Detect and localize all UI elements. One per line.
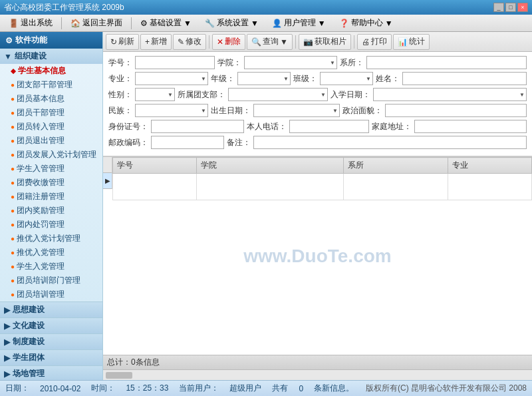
refresh-button[interactable]: ↻ 刷新 xyxy=(106,34,139,50)
grade-select[interactable] xyxy=(238,73,290,85)
sidebar-section-culture-title[interactable]: ▶ 文化建设 xyxy=(0,318,102,333)
help-menu-button[interactable]: ❓ 帮助中心 ▼ xyxy=(333,16,399,31)
exit-icon: 🚪 xyxy=(9,19,19,28)
remarks-input[interactable] xyxy=(253,136,527,149)
name-input[interactable] xyxy=(402,72,527,85)
close-button[interactable]: × xyxy=(517,3,528,12)
get-photo-button[interactable]: 📷 获取相片 xyxy=(299,34,351,50)
sidebar-item-fee-collect[interactable]: ● 团费收缴管理 xyxy=(0,176,102,190)
ethnicity-select[interactable] xyxy=(136,104,207,116)
stats-icon: 📊 xyxy=(398,37,408,47)
scrollbar-container[interactable] xyxy=(103,369,532,380)
delete-label: 删除 xyxy=(225,36,241,47)
chevron-down-icon: ▼ xyxy=(4,52,12,61)
id-card-input[interactable] xyxy=(151,120,244,133)
enroll-date-select[interactable] xyxy=(374,89,526,100)
college-select[interactable] xyxy=(245,57,336,69)
query-button[interactable]: 🔍 查询 ▼ xyxy=(247,34,293,50)
window-controls[interactable]: _ □ × xyxy=(493,3,528,12)
member-cadre-label: 团员干部管理 xyxy=(17,107,65,118)
major-select-wrap[interactable]: ▼ xyxy=(135,72,208,85)
phone-input[interactable] xyxy=(289,120,369,133)
scrollbar-thumb[interactable] xyxy=(106,372,132,379)
sidebar-item-branch-cadre[interactable]: ● 团支部干部管理 xyxy=(0,78,102,92)
edit-label: 修改 xyxy=(186,36,201,47)
sidebar-item-training-dept[interactable]: ● 团员培训部门管理 xyxy=(0,274,102,288)
stats-button[interactable]: 📊 统计 xyxy=(393,34,430,50)
birth-date-select[interactable] xyxy=(254,104,339,116)
department-label: 系所： xyxy=(340,57,364,69)
user-management-menu-button[interactable]: 👤 用户管理 ▼ xyxy=(266,16,332,31)
print-label: 打印 xyxy=(371,36,387,47)
time-label: 时间： xyxy=(91,383,115,394)
search-icon: 🔍 xyxy=(251,37,261,47)
class-select[interactable] xyxy=(321,73,372,85)
sidebar-item-member-basic[interactable]: ● 团员基本信息 xyxy=(0,92,102,106)
system-settings-menu-button[interactable]: 🔧 系统设置 ▼ xyxy=(199,16,265,31)
system-label: 制度建设 xyxy=(13,336,45,347)
add-button[interactable]: + 新增 xyxy=(140,34,172,50)
postcode-input[interactable] xyxy=(151,136,224,149)
sidebar-item-member-transfer[interactable]: ● 团员转入管理 xyxy=(0,120,102,134)
chevron-right-icon: ▶ xyxy=(4,321,10,331)
join-party-label: 推优入党管理 xyxy=(17,247,65,258)
sidebar-section-ideology: ▶ 思想建设 xyxy=(0,302,102,318)
menu-sep-2 xyxy=(131,17,132,29)
address-input[interactable] xyxy=(414,120,527,133)
exit-menu-button[interactable]: 🚪 退出系统 xyxy=(3,16,59,31)
edit-button[interactable]: ✎ 修改 xyxy=(173,34,206,50)
sidebar-section-system-title[interactable]: ▶ 制度建设 xyxy=(0,334,102,349)
home-icon: 🏠 xyxy=(70,19,80,28)
sidebar-item-member-develop[interactable]: ● 团员发展入党计划管理 xyxy=(0,148,102,162)
bullet-icon: ● xyxy=(11,263,15,270)
sidebar-item-member-cadre[interactable]: ● 团员干部管理 xyxy=(0,106,102,120)
main-layout: ⚙ 软件功能 ▼ 组织建设 ◆ 学生基本信息 ● 团支部干部管理 ● 团员基本信… xyxy=(0,32,532,380)
home-menu-button[interactable]: 🏠 返回主界面 xyxy=(65,16,128,31)
class-select-wrap[interactable]: ▼ xyxy=(320,72,373,85)
sidebar-item-join-plan[interactable]: ● 推优入党计划管理 xyxy=(0,232,102,246)
delete-button[interactable]: ✕ 删除 xyxy=(212,34,245,50)
college-select-wrap[interactable]: ▼ xyxy=(244,56,337,69)
grade-select-wrap[interactable]: ▼ xyxy=(237,72,291,85)
basic-settings-label: 基础设置 xyxy=(150,17,182,29)
bullet-icon: ● xyxy=(11,81,15,89)
sidebar-section-ideology-title[interactable]: ▶ 思想建设 xyxy=(0,302,102,317)
branch-select[interactable] xyxy=(229,89,327,100)
gender-select-wrap[interactable]: ▼ xyxy=(135,88,175,101)
enroll-date-select-wrap[interactable]: ▼ xyxy=(373,88,527,101)
basic-settings-menu-button[interactable]: ⚙ 基础设置 ▼ xyxy=(134,16,198,31)
maximize-button[interactable]: □ xyxy=(505,3,516,12)
wrench-icon: 🔧 xyxy=(205,19,215,28)
sidebar-item-award[interactable]: ● 团内奖励管理 xyxy=(0,204,102,218)
id-card-label: 身份证号： xyxy=(108,121,148,132)
department-input[interactable] xyxy=(366,56,527,69)
data-table: 学号 学院 系所 专业 xyxy=(112,157,532,200)
sidebar-section-student-group-title[interactable]: ▶ 学生团体 xyxy=(0,350,102,365)
chevron-right-icon: ▶ xyxy=(4,369,10,379)
ethnicity-select-wrap[interactable]: ▼ xyxy=(135,104,208,117)
student-id-input[interactable] xyxy=(135,56,215,69)
minimize-button[interactable]: _ xyxy=(493,3,504,12)
gender-select[interactable] xyxy=(136,89,174,100)
table-row[interactable] xyxy=(113,174,532,200)
sidebar-item-student-join[interactable]: ● 学生入党管理 xyxy=(0,260,102,274)
sidebar-section-venue: ▶ 场地管理 xyxy=(0,366,102,380)
sidebar-section-venue-title[interactable]: ▶ 场地管理 xyxy=(0,366,102,380)
col-department: 系所 xyxy=(343,158,448,174)
sidebar-item-student-basic[interactable]: ◆ 学生基本信息 xyxy=(0,64,102,78)
birth-date-select-wrap[interactable]: ▼ xyxy=(253,104,340,117)
print-button[interactable]: 🖨 打印 xyxy=(357,34,392,50)
user-value: 超级用户 xyxy=(229,383,261,394)
branch-select-wrap[interactable]: ▼ xyxy=(228,88,328,101)
sidebar-item-join-party[interactable]: ● 推优入党管理 xyxy=(0,246,102,260)
major-select[interactable] xyxy=(136,73,207,85)
sidebar-item-member-exit[interactable]: ● 团员退出管理 xyxy=(0,134,102,148)
sidebar-item-register[interactable]: ● 团籍注册管理 xyxy=(0,190,102,204)
toolbar-sep-2 xyxy=(295,35,296,49)
sidebar-item-discipline[interactable]: ● 团内处罚管理 xyxy=(0,218,102,232)
col-college: 学院 xyxy=(197,158,344,174)
political-input[interactable] xyxy=(385,104,527,117)
sidebar-item-member-join[interactable]: ● 学生入管管理 xyxy=(0,162,102,176)
sidebar-section-org-title[interactable]: ▼ 组织建设 xyxy=(0,49,102,64)
sidebar-item-training[interactable]: ● 团员培训管理 xyxy=(0,288,102,301)
